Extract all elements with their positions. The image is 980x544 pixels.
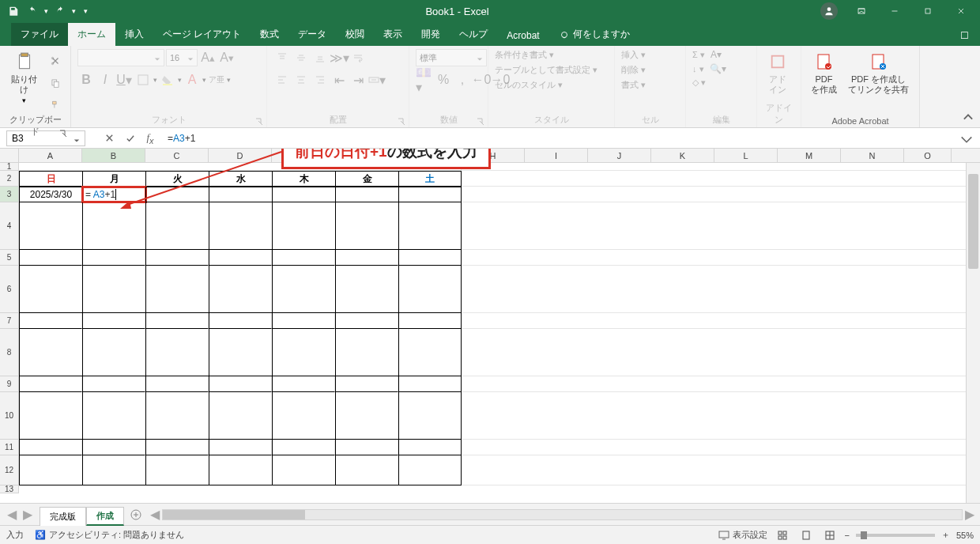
enter-formula-icon[interactable] bbox=[120, 130, 139, 146]
user-account-icon[interactable] bbox=[820, 2, 838, 20]
select-all-corner[interactable] bbox=[0, 149, 19, 162]
cell-A2[interactable]: 日 bbox=[19, 171, 82, 187]
cell-F3[interactable] bbox=[335, 187, 398, 202]
col-header-N[interactable]: N bbox=[841, 149, 904, 162]
font-name-combo[interactable] bbox=[77, 49, 164, 66]
col-header-J[interactable]: J bbox=[588, 149, 651, 162]
row-header-5[interactable]: 5 bbox=[0, 250, 19, 266]
insert-cells-button[interactable]: 挿入 ▾ bbox=[621, 49, 646, 61]
tab-review[interactable]: 校閲 bbox=[336, 23, 374, 46]
align-top-icon[interactable] bbox=[273, 49, 291, 66]
redo-icon[interactable] bbox=[53, 4, 67, 18]
align-right-icon[interactable] bbox=[311, 71, 329, 89]
row-header-4[interactable]: 4 bbox=[0, 202, 19, 250]
cell-B3[interactable]: = A3+1 bbox=[82, 187, 145, 202]
col-header-L[interactable]: L bbox=[714, 149, 778, 162]
tell-me[interactable]: 何をしますか bbox=[549, 23, 639, 46]
sheet-tab-completed[interactable]: 完成版 bbox=[40, 507, 86, 526]
cell-styles-button[interactable]: セルのスタイル ▾ bbox=[495, 79, 563, 91]
new-sheet-button[interactable] bbox=[127, 506, 145, 523]
align-bottom-icon[interactable] bbox=[311, 49, 329, 66]
zoom-in-button[interactable]: ＋ bbox=[941, 529, 950, 541]
tab-view[interactable]: 表示 bbox=[374, 23, 412, 46]
col-header-C[interactable]: C bbox=[145, 149, 209, 162]
col-header-K[interactable]: K bbox=[651, 149, 714, 162]
font-color-button[interactable]: A bbox=[183, 71, 201, 89]
font-size-combo[interactable]: 16 bbox=[166, 49, 198, 66]
row-header-10[interactable]: 10 bbox=[0, 392, 19, 440]
qat-customize[interactable]: ▾ bbox=[84, 7, 88, 15]
page-layout-view-icon[interactable] bbox=[797, 528, 815, 542]
align-center-icon[interactable] bbox=[292, 71, 310, 89]
format-as-table-button[interactable]: テーブルとして書式設定 ▾ bbox=[495, 64, 597, 76]
border-button[interactable] bbox=[134, 71, 152, 89]
cell-B2[interactable]: 月 bbox=[82, 171, 145, 187]
increase-indent-icon[interactable]: ⇥ bbox=[349, 71, 367, 89]
comma-icon[interactable]: , bbox=[454, 71, 471, 89]
row-header-2[interactable]: 2 bbox=[0, 171, 19, 187]
cut-icon[interactable] bbox=[47, 52, 64, 70]
cell-C2[interactable]: 火 bbox=[145, 171, 209, 187]
orientation-icon[interactable]: ≫▾ bbox=[330, 49, 348, 66]
cell-F2[interactable]: 金 bbox=[335, 171, 398, 187]
row-header-9[interactable]: 9 bbox=[0, 376, 19, 392]
col-header-M[interactable]: M bbox=[778, 149, 841, 162]
zoom-level[interactable]: 55% bbox=[956, 531, 974, 540]
page-break-view-icon[interactable] bbox=[821, 528, 839, 542]
expand-formula-bar-icon[interactable] bbox=[958, 130, 975, 146]
font-dialog-launcher[interactable] bbox=[255, 118, 263, 126]
cell-G2[interactable]: 土 bbox=[398, 171, 462, 187]
minimize-button[interactable] bbox=[879, 0, 910, 22]
cell-G3[interactable] bbox=[398, 187, 462, 202]
conditional-format-button[interactable]: 条件付き書式 ▾ bbox=[495, 49, 554, 61]
paste-button[interactable]: 貼り付け ▾ bbox=[6, 49, 42, 106]
display-settings-button[interactable]: 表示設定 bbox=[718, 529, 767, 541]
tab-developer[interactable]: 開発 bbox=[412, 23, 450, 46]
tab-acrobat[interactable]: Acrobat bbox=[497, 25, 548, 46]
sheet-tab-create[interactable]: 作成 bbox=[86, 507, 124, 526]
underline-button[interactable]: U▾ bbox=[115, 71, 133, 89]
col-header-B[interactable]: B bbox=[82, 149, 145, 162]
insert-function-icon[interactable]: fx bbox=[141, 130, 160, 146]
vertical-scrollbar[interactable] bbox=[966, 163, 980, 503]
formula-input[interactable]: =A3+1 bbox=[160, 132, 958, 144]
pdf-share-button[interactable]: PDF を作成し てリンクを共有 bbox=[845, 49, 912, 96]
phonetic-button[interactable]: ア亜 bbox=[208, 71, 225, 89]
accessibility-icon[interactable]: ♿ bbox=[35, 530, 46, 540]
close-button[interactable] bbox=[945, 0, 977, 22]
number-format-combo[interactable]: 標準 bbox=[416, 49, 487, 66]
decrease-indent-icon[interactable]: ⇤ bbox=[330, 71, 348, 89]
share-button[interactable]: ☐ bbox=[949, 25, 980, 46]
spreadsheet-grid[interactable]: 前日の日付+1の数式を入力 A B C D E F G H I J K L M … bbox=[0, 149, 980, 503]
sheet-nav-first-icon[interactable]: ◀ bbox=[5, 508, 19, 522]
format-painter-icon[interactable] bbox=[47, 96, 64, 114]
save-icon[interactable] bbox=[6, 4, 21, 18]
cell-A3[interactable]: 2025/3/30 bbox=[19, 187, 82, 202]
hscroll-right-icon[interactable]: ▶ bbox=[963, 508, 977, 522]
copy-icon[interactable] bbox=[47, 74, 64, 92]
increase-font-icon[interactable]: A▴ bbox=[199, 49, 217, 66]
row-header-3[interactable]: 3 bbox=[0, 187, 19, 202]
format-cells-button[interactable]: 書式 ▾ bbox=[621, 79, 646, 91]
delete-cells-button[interactable]: 削除 ▾ bbox=[621, 64, 646, 76]
align-left-icon[interactable] bbox=[273, 71, 291, 89]
tab-data[interactable]: データ bbox=[288, 23, 336, 46]
clipboard-dialog-launcher[interactable] bbox=[59, 130, 67, 138]
redo-dropdown[interactable]: ▾ bbox=[72, 7, 76, 15]
cell-E2[interactable]: 木 bbox=[272, 171, 335, 187]
alignment-dialog-launcher[interactable] bbox=[398, 118, 405, 126]
hscroll-left-icon[interactable]: ◀ bbox=[148, 508, 162, 522]
cell-D3[interactable] bbox=[209, 187, 272, 202]
cell-C3[interactable] bbox=[145, 187, 209, 202]
fill-color-button[interactable] bbox=[159, 71, 176, 89]
autosum-button[interactable]: Σ ▾ bbox=[692, 50, 705, 60]
clear-button[interactable]: ◇ ▾ bbox=[692, 77, 706, 88]
align-middle-icon[interactable] bbox=[292, 49, 310, 66]
row-header-1[interactable]: 1 bbox=[0, 163, 19, 171]
fill-button[interactable]: ↓ ▾ bbox=[692, 64, 704, 74]
tab-page-layout[interactable]: ページ レイアウト bbox=[153, 23, 251, 46]
wrap-text-icon[interactable] bbox=[349, 49, 367, 66]
col-header-A[interactable]: A bbox=[19, 149, 82, 162]
increase-decimal-icon[interactable]: ←0 bbox=[473, 71, 490, 89]
collapse-ribbon-icon[interactable] bbox=[961, 110, 975, 124]
